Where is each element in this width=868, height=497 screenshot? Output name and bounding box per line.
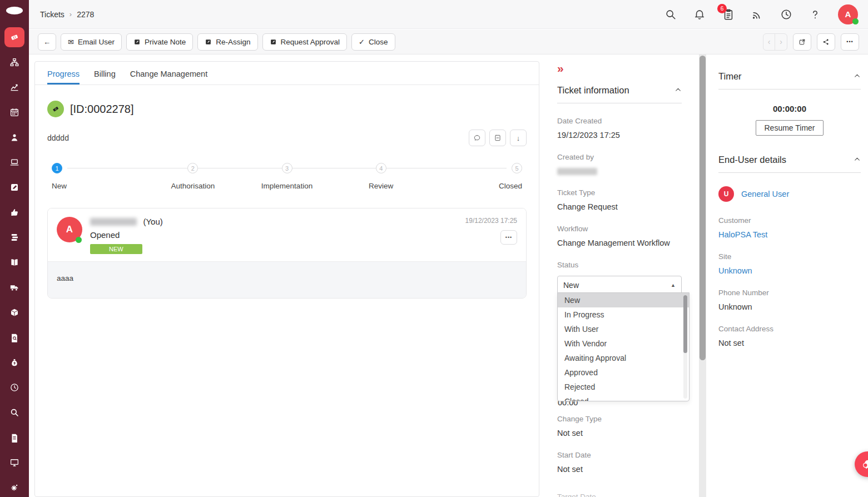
speech-bubble-icon xyxy=(473,134,481,142)
sidebar-item-knowledge-base[interactable] xyxy=(4,252,24,272)
check-icon: ✓ xyxy=(359,38,365,46)
todo-clipboard-icon[interactable]: 6 xyxy=(722,8,735,21)
sidebar-item-calendar[interactable] xyxy=(4,102,24,122)
status-option-awaiting-approval[interactable]: Awaiting Approval xyxy=(558,351,689,365)
sidebar-item-reports-chart[interactable] xyxy=(4,77,24,97)
tab-change-management[interactable]: Change Management xyxy=(130,69,207,85)
pencil-square-icon xyxy=(133,38,141,46)
status-option-with-user[interactable]: With User xyxy=(558,322,689,336)
halo-logo-icon[interactable] xyxy=(6,7,23,14)
status-option-approved[interactable]: Approved xyxy=(558,365,689,380)
status-badge: NEW xyxy=(90,244,142,254)
workflow-label: Workflow xyxy=(557,225,682,233)
collapse-section-button[interactable] xyxy=(674,86,682,96)
email-user-button[interactable]: ✉ Email User xyxy=(61,33,122,51)
entry-more-button[interactable]: ••• xyxy=(500,230,517,245)
history-clock-icon[interactable] xyxy=(780,8,792,21)
end-user-link[interactable]: General User xyxy=(741,190,789,198)
tab-progress[interactable]: Progress xyxy=(47,69,80,85)
request-approval-button[interactable]: Request Approval xyxy=(262,33,348,51)
date-created-label: Date Created xyxy=(557,117,682,125)
next-ticket-button[interactable]: › xyxy=(775,34,787,50)
pencil-square-icon xyxy=(270,38,277,46)
panel-scrollbar-thumb[interactable] xyxy=(700,56,706,360)
search-icon[interactable] xyxy=(664,8,677,21)
sidebar-item-sales[interactable] xyxy=(4,352,24,372)
collapse-timer-button[interactable] xyxy=(854,72,861,82)
search-icon xyxy=(9,407,19,418)
sidebar-item-timesheets[interactable] xyxy=(4,377,24,397)
help-icon[interactable] xyxy=(809,8,821,21)
step-closed[interactable]: 5 Closed xyxy=(428,163,522,190)
sidebar-item-actions[interactable] xyxy=(4,177,24,197)
ticket-id-title: [ID:0002278] xyxy=(70,103,134,116)
avatar-initial: A xyxy=(845,9,851,19)
divider xyxy=(718,89,861,90)
sidebar-item-suppliers[interactable] xyxy=(4,277,24,297)
customer-label: Customer xyxy=(718,216,861,225)
sidebar-item-approvals[interactable] xyxy=(4,202,24,222)
sidebar-item-stock[interactable] xyxy=(4,227,24,247)
laptop-icon xyxy=(9,157,19,167)
status-option-rejected[interactable]: Rejected xyxy=(558,380,689,394)
sidebar-item-settings[interactable] xyxy=(4,478,24,497)
app-window: Tickets › 2278 6 A xyxy=(0,0,868,497)
created-by-label: Created by xyxy=(557,153,682,161)
sidebar-item-org-chart[interactable] xyxy=(4,52,24,72)
step-implementation[interactable]: 3 Implementation xyxy=(240,163,334,190)
step-review[interactable]: 4 Review xyxy=(334,163,428,190)
notifications-bell-icon[interactable] xyxy=(693,8,706,21)
sidebar-item-users[interactable] xyxy=(4,127,24,147)
previous-ticket-button[interactable]: ‹ xyxy=(763,34,775,50)
tab-billing[interactable]: Billing xyxy=(94,69,116,85)
chart-up-icon xyxy=(9,82,19,92)
back-button[interactable]: ← xyxy=(38,33,56,51)
money-bag-icon xyxy=(9,357,19,367)
timer-title: Timer xyxy=(718,71,742,82)
entry-you-suffix: (You) xyxy=(143,217,162,226)
collapse-end-user-button[interactable] xyxy=(854,155,861,165)
status-option-in-progress[interactable]: In Progress xyxy=(558,307,689,322)
sidebar-item-tickets[interactable] xyxy=(4,27,24,47)
email-user-label: Email User xyxy=(78,38,115,46)
site-link[interactable]: Unknown xyxy=(718,266,861,275)
step-label: Review xyxy=(369,182,393,190)
status-option-closed[interactable]: Closed xyxy=(558,394,689,401)
feed-rss-icon[interactable] xyxy=(751,8,763,21)
sidebar-item-software[interactable] xyxy=(4,453,24,473)
online-status-dot xyxy=(76,237,82,243)
sidebar-item-products[interactable] xyxy=(4,302,24,322)
contact-address-value: Not set xyxy=(718,339,861,347)
ticket-main-card: Progress Billing Change Management [ID:0… xyxy=(34,61,539,497)
step-new[interactable]: 1 New xyxy=(52,163,146,190)
comment-button[interactable] xyxy=(469,130,485,146)
sidebar-item-search[interactable] xyxy=(4,402,24,423)
re-assign-button[interactable]: Re-Assign xyxy=(197,33,257,51)
step-circle: 3 xyxy=(282,163,292,173)
status-select[interactable]: New ▲ xyxy=(557,276,682,295)
collapse-panel-icon[interactable]: » xyxy=(557,62,682,74)
open-in-new-window-button[interactable] xyxy=(793,33,811,51)
private-note-button[interactable]: Private Note xyxy=(126,33,193,51)
collapse-notes-button[interactable] xyxy=(489,130,506,146)
status-option-with-vendor[interactable]: With Vendor xyxy=(558,336,689,351)
status-option-new[interactable]: New xyxy=(558,293,689,307)
customer-link[interactable]: HaloPSA Test xyxy=(718,230,861,239)
sidebar-item-quotes[interactable] xyxy=(4,327,24,347)
step-authorisation[interactable]: 2 Authorisation xyxy=(146,163,240,190)
sidebar-item-assets[interactable] xyxy=(4,152,24,172)
close-ticket-button[interactable]: ✓ Close xyxy=(351,33,395,51)
status-label: Status xyxy=(557,261,682,269)
sidebar-item-reports[interactable] xyxy=(4,428,24,448)
share-button[interactable] xyxy=(817,33,835,51)
breadcrumb-tickets[interactable]: Tickets xyxy=(40,10,65,19)
monitor-icon xyxy=(9,458,19,468)
scroll-down-button[interactable]: ↓ xyxy=(510,130,527,146)
ticket-type-label: Ticket Type xyxy=(557,188,682,197)
books-stack-icon xyxy=(9,232,19,242)
resume-timer-button[interactable]: Resume Timer xyxy=(756,120,823,136)
user-avatar[interactable]: A xyxy=(838,4,858,24)
dropdown-scrollbar-thumb[interactable] xyxy=(683,295,687,353)
summary-actions: ↓ xyxy=(469,130,527,146)
more-options-button[interactable]: ••• xyxy=(841,33,859,51)
